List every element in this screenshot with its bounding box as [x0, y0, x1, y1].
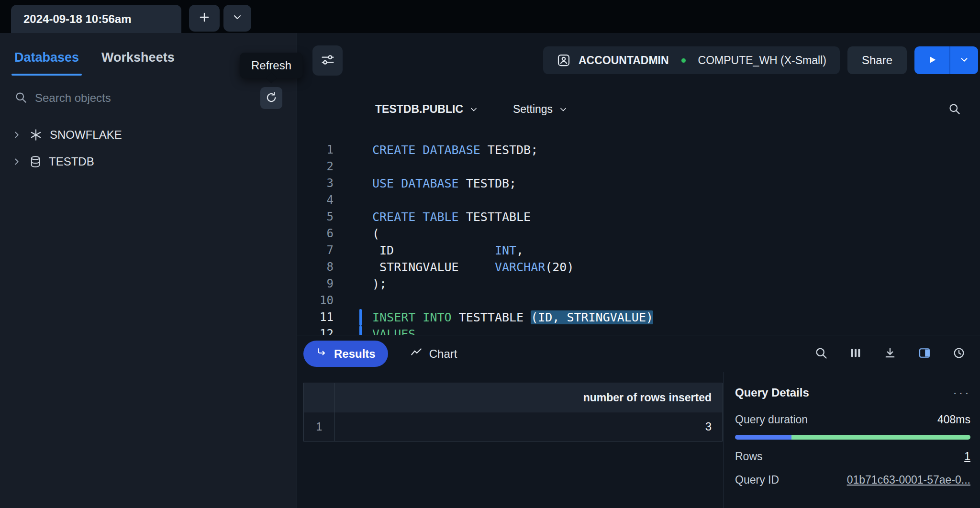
- column-header[interactable]: number of rows inserted: [335, 383, 723, 412]
- worksheet-tab-title: 2024-09-18 10:56am: [23, 12, 132, 26]
- role-warehouse-selector[interactable]: ACCOUNTADMIN COMPUTE_WH (X-Small): [543, 46, 840, 74]
- code-line[interactable]: 8 STRINGVALUE VARCHAR(20): [297, 259, 980, 276]
- code-lines: 1CREATE DATABASE TESTDB;23USE DATABASE T…: [297, 142, 980, 335]
- results-table-wrap: number of rows inserted 1 3: [297, 372, 724, 508]
- trend-line-icon: [410, 346, 423, 362]
- tab-worksheets[interactable]: Worksheets: [101, 50, 175, 76]
- sidebar: Databases Worksheets Refresh: [0, 33, 297, 508]
- results-search-button[interactable]: [814, 346, 828, 361]
- sliders-icon: [320, 52, 335, 69]
- code-line[interactable]: 6(: [297, 225, 980, 242]
- search-icon: [14, 91, 27, 106]
- duration-segment-compile: [735, 435, 791, 440]
- refresh-wrap: Refresh: [260, 87, 282, 109]
- run-options-button[interactable]: [950, 46, 978, 74]
- share-button[interactable]: Share: [847, 46, 907, 74]
- chevron-down-icon: [469, 105, 479, 114]
- tab-chart[interactable]: Chart: [410, 346, 457, 362]
- chevron-right-icon[interactable]: [11, 130, 22, 140]
- code-line[interactable]: 4: [297, 192, 980, 209]
- active-statement-indicator: [359, 292, 362, 309]
- download-results-button[interactable]: [883, 346, 897, 361]
- code-line[interactable]: 9);: [297, 276, 980, 292]
- warehouse-label: COMPUTE_WH (X-Small): [698, 54, 826, 67]
- search-input[interactable]: [35, 91, 260, 105]
- code-text: STRINGVALUE VARCHAR(20): [372, 259, 574, 276]
- tree-item-label: TESTDB: [49, 155, 94, 168]
- schema-label: TESTDB.PUBLIC: [375, 103, 463, 116]
- tab-results[interactable]: Results: [303, 341, 388, 367]
- line-number: 9: [297, 276, 334, 292]
- results-body: number of rows inserted 1 3 Query Detail…: [297, 372, 980, 508]
- active-statement-indicator: [359, 309, 362, 326]
- tree-item-testdb[interactable]: TESTDB: [0, 148, 297, 175]
- app-shell: Databases Worksheets Refresh: [0, 33, 980, 508]
- results-table: number of rows inserted 1 3: [303, 383, 723, 442]
- sql-editor[interactable]: 1CREATE DATABASE TESTDB;23USE DATABASE T…: [297, 131, 980, 335]
- settings-label: Settings: [513, 103, 553, 116]
- code-line[interactable]: 12VALUES: [297, 326, 980, 335]
- worksheet-tab-list-button[interactable]: [223, 5, 251, 32]
- plus-icon: [198, 11, 211, 25]
- query-details-header: Query Details ···: [735, 383, 970, 403]
- code-line[interactable]: 3USE DATABASE TESTDB;: [297, 175, 980, 192]
- table-row[interactable]: 1 3: [304, 412, 723, 442]
- refresh-button[interactable]: [260, 87, 282, 109]
- worksheet-tab[interactable]: 2024-09-18 10:56am: [11, 5, 181, 33]
- code-line[interactable]: 2: [297, 158, 980, 175]
- code-line[interactable]: 5CREATE TABLE TESTTABLE: [297, 209, 980, 225]
- rows-value-link[interactable]: 1: [964, 450, 970, 463]
- database-icon: [29, 155, 42, 168]
- worksheet-options-button[interactable]: [312, 45, 343, 76]
- code-text: VALUES: [372, 326, 415, 335]
- top-tab-bar: 2024-09-18 10:56am: [0, 0, 980, 33]
- active-statement-indicator: [359, 142, 362, 158]
- editor-search-button[interactable]: [948, 102, 961, 117]
- chart-tab-label: Chart: [429, 347, 457, 361]
- run-button[interactable]: [914, 46, 949, 74]
- main-toolbar: ACCOUNTADMIN COMPUTE_WH (X-Small) Share: [297, 33, 980, 88]
- columns-button[interactable]: [849, 346, 862, 361]
- line-number: 10: [297, 292, 334, 309]
- line-number: 11: [297, 309, 334, 326]
- user-badge-icon: [557, 53, 571, 67]
- query-id-row: Query ID 01b71c63-0001-57ae-0...: [735, 474, 970, 486]
- chevron-right-icon[interactable]: [11, 156, 22, 167]
- ellipsis-menu-icon[interactable]: ···: [953, 386, 970, 399]
- tab-databases[interactable]: Databases: [14, 50, 79, 76]
- tree-item-snowflake[interactable]: SNOWFLAKE: [0, 121, 297, 148]
- row-value-cell[interactable]: 3: [335, 412, 723, 442]
- line-number: 7: [297, 242, 334, 259]
- query-history-button[interactable]: [952, 346, 966, 361]
- new-worksheet-button[interactable]: [189, 5, 220, 32]
- download-icon: [883, 346, 897, 361]
- line-number: 4: [297, 192, 334, 209]
- active-statement-indicator: [359, 225, 362, 242]
- editor-settings-menu[interactable]: Settings: [513, 103, 568, 116]
- schema-selector[interactable]: TESTDB.PUBLIC: [375, 103, 479, 116]
- details-panel-toggle-button[interactable]: [918, 346, 931, 361]
- query-id-link[interactable]: 01b71c63-0001-57ae-0...: [847, 474, 970, 486]
- role-label: ACCOUNTADMIN: [579, 54, 669, 67]
- code-line[interactable]: 1CREATE DATABASE TESTDB;: [297, 142, 980, 158]
- active-statement-indicator: [359, 276, 362, 292]
- results-toolbar: Results Chart: [297, 335, 980, 372]
- index-column-header[interactable]: [304, 383, 335, 412]
- main-area: ACCOUNTADMIN COMPUTE_WH (X-Small) Share: [297, 33, 980, 508]
- search-icon: [948, 102, 961, 117]
- code-line[interactable]: 11INSERT INTO TESTTABLE (ID, STRINGVALUE…: [297, 309, 980, 326]
- query-id-label: Query ID: [735, 474, 779, 486]
- search-icon: [814, 346, 828, 361]
- database-tree: SNOWFLAKE TESTDB: [0, 121, 297, 175]
- line-number: 2: [297, 158, 334, 175]
- refresh-icon: [265, 91, 278, 105]
- active-statement-indicator: [359, 192, 362, 209]
- query-duration-label: Query duration: [735, 413, 808, 426]
- code-line[interactable]: 10: [297, 292, 980, 309]
- active-statement-indicator: [359, 209, 362, 225]
- split-panel-icon: [918, 346, 931, 361]
- query-details-panel: Query Details ··· Query duration 408ms R…: [724, 372, 980, 508]
- active-statement-indicator: [359, 326, 362, 335]
- code-line[interactable]: 7 ID INT,: [297, 242, 980, 259]
- line-number: 1: [297, 142, 334, 158]
